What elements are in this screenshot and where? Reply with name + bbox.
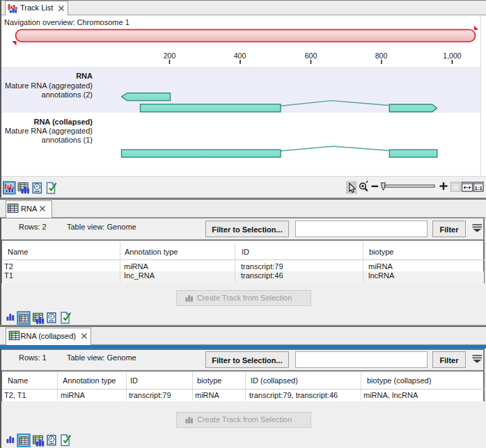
svg-text:1:1: 1:1 [474, 185, 483, 191]
